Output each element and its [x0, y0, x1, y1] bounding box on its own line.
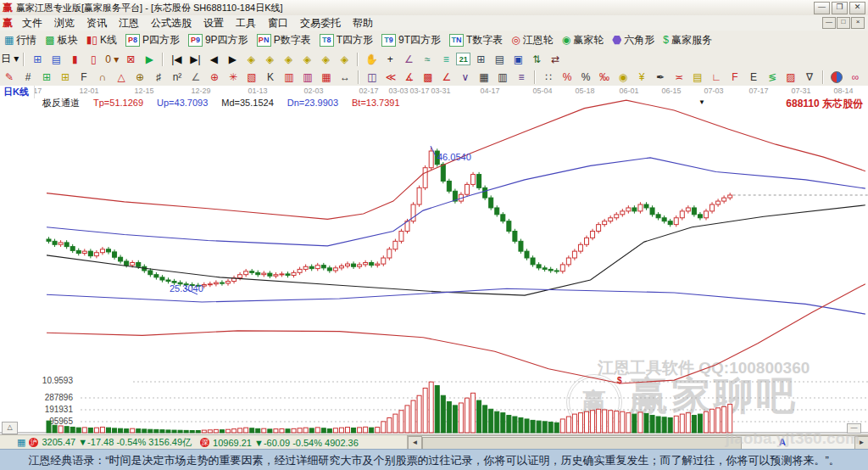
- sectors-button[interactable]: ▩板块: [41, 31, 81, 48]
- percent-red-icon[interactable]: %: [559, 70, 576, 85]
- nine-p-square-button[interactable]: P99P四方形: [184, 31, 253, 48]
- diamond-shrink-h-icon[interactable]: ◈: [298, 52, 315, 66]
- quotes-button[interactable]: ▦行情: [0, 31, 41, 48]
- k-mark-icon[interactable]: K: [262, 70, 279, 85]
- gann-fan-icon[interactable]: ∡: [401, 70, 418, 85]
- cycle-tool-icon[interactable]: ⊕: [131, 70, 148, 85]
- gann-grid-green-icon[interactable]: ⊞: [38, 70, 55, 85]
- hash-grid-icon[interactable]: ♯: [150, 70, 167, 85]
- winner-service-button[interactable]: $赢家服务: [659, 31, 716, 48]
- gold-line-icon[interactable]: ¥: [633, 70, 650, 85]
- trend-steps-icon[interactable]: ≶: [764, 70, 781, 85]
- mdi-close-button[interactable]: ×: [851, 17, 865, 29]
- ratio-lines-icon[interactable]: ∷: [540, 70, 557, 85]
- menu-item-4[interactable]: 江恩: [113, 15, 145, 31]
- n-square-icon[interactable]: n²: [169, 70, 186, 85]
- menu-item-3[interactable]: 资讯: [81, 15, 113, 31]
- winner-wheel-button[interactable]: ◉赢家轮: [558, 31, 608, 48]
- crosshair-tool-icon[interactable]: +: [381, 52, 398, 66]
- table-box-icon[interactable]: ▥: [494, 70, 511, 85]
- color-marker-icon[interactable]: ▶: [141, 52, 158, 66]
- candle-up-style-icon[interactable]: ▮: [66, 52, 83, 66]
- p-square-button[interactable]: P8P四方形: [121, 31, 184, 48]
- permille-icon[interactable]: ‰: [596, 70, 613, 85]
- gann-grid-gold-icon[interactable]: ⊞: [57, 70, 74, 85]
- scroll-left-button[interactable]: ◄: [408, 436, 422, 450]
- f-ruler-icon[interactable]: F: [75, 70, 92, 85]
- candle-down-style-icon[interactable]: ▯: [85, 52, 102, 66]
- overlay-flags-icon[interactable]: ⊠: [122, 52, 139, 66]
- kline-button[interactable]: ▮▯K线: [82, 31, 121, 48]
- nine-t-square-button[interactable]: T99T四方形: [377, 31, 445, 48]
- info-panel-icon[interactable]: ▤: [47, 52, 64, 66]
- menu-item-2[interactable]: 浏览: [48, 15, 81, 31]
- chart-lines-icon[interactable]: ≡: [437, 52, 454, 66]
- up-angle-icon[interactable]: ∟: [708, 70, 725, 85]
- v-shape-icon[interactable]: ∨: [457, 70, 474, 85]
- filled-box-icon[interactable]: ▩: [420, 70, 437, 85]
- shanghai-index-quote[interactable]: 3205.47 ▼-17.48 -0.54% 3156.49亿: [42, 436, 192, 449]
- f-line-icon[interactable]: F: [726, 70, 743, 85]
- band2-tool-icon[interactable]: ▥: [299, 70, 316, 85]
- hexagon-button[interactable]: 六角形: [608, 31, 659, 48]
- star-burst-icon[interactable]: ✳: [225, 70, 242, 85]
- first-bar-icon[interactable]: |◀: [168, 52, 185, 66]
- mdi-restore-button[interactable]: □: [837, 17, 850, 29]
- menu-item-1[interactable]: 文件: [16, 15, 48, 31]
- shadow-box-icon[interactable]: ▨: [782, 70, 799, 85]
- pencil-tool-icon[interactable]: ✎: [1, 70, 18, 85]
- t-square-button[interactable]: T8T四方形: [315, 31, 377, 48]
- photo-region-icon[interactable]: ▧: [243, 70, 260, 85]
- data-export-icon[interactable]: ⇅: [528, 52, 545, 66]
- gann-wheel-button[interactable]: ◎江恩轮: [507, 31, 557, 48]
- angle-measure-icon[interactable]: ∠: [400, 52, 417, 66]
- wave-tool-icon[interactable]: ≈: [419, 52, 436, 66]
- gold-box-icon[interactable]: ▤: [689, 70, 706, 85]
- diamond-expand-h-icon[interactable]: ◈: [280, 52, 297, 66]
- scroll-right-button[interactable]: ►: [854, 436, 868, 450]
- calculator-icon[interactable]: ⊞: [472, 52, 489, 66]
- period-day-dropdown[interactable]: 日 ▾: [1, 52, 19, 66]
- ink-pen-icon[interactable]: ✒: [652, 70, 669, 85]
- diamond-left-icon[interactable]: ◈: [242, 52, 259, 66]
- data-import-icon[interactable]: ⇄: [547, 52, 564, 66]
- menu-item-8[interactable]: 窗口: [262, 15, 294, 31]
- t-number-table-button[interactable]: TNT数字表: [445, 31, 507, 48]
- tab-daily-kline[interactable]: 日K线: [3, 86, 35, 98]
- angle-tool-icon[interactable]: ∠: [187, 70, 204, 85]
- diamond-expand-v-icon[interactable]: ◈: [317, 52, 334, 66]
- next-bar-icon[interactable]: ▶: [224, 52, 241, 66]
- poly-line-icon[interactable]: ∇: [801, 70, 818, 85]
- mdi-minimize-button[interactable]: —: [822, 17, 836, 29]
- grid-box-icon[interactable]: ▦: [476, 70, 492, 85]
- prev-bar-icon[interactable]: ◀: [205, 52, 222, 66]
- taiji-icon[interactable]: [828, 70, 845, 85]
- minimize-button[interactable]: —: [814, 2, 830, 14]
- close-button[interactable]: ✕: [849, 2, 865, 14]
- menu-item-10[interactable]: 帮助: [347, 15, 379, 31]
- multi-line-icon[interactable]: ≡: [513, 70, 530, 85]
- volume-expand-button[interactable]: △: [2, 422, 18, 434]
- menu-item-7[interactable]: 工具: [230, 15, 262, 31]
- gold-circle-icon[interactable]: ◉: [615, 70, 632, 85]
- e-line-icon[interactable]: E: [745, 70, 762, 85]
- scrollbar-thumb[interactable]: [422, 437, 742, 450]
- grid-tool-icon[interactable]: #: [19, 70, 36, 85]
- diamond-shrink-v-icon[interactable]: ◈: [336, 52, 353, 66]
- hand-tool-icon[interactable]: ✋: [363, 52, 380, 66]
- percent-icon[interactable]: %: [577, 70, 594, 85]
- volume-collapse-button[interactable]: —: [847, 423, 861, 434]
- last-bar-icon[interactable]: ▶|: [186, 52, 203, 66]
- menu-item-6[interactable]: 设置: [198, 15, 230, 31]
- maximize-button[interactable]: ❐: [832, 2, 848, 14]
- notes-icon[interactable]: ▤: [491, 52, 508, 66]
- big-grid-icon[interactable]: ▦: [318, 70, 335, 85]
- menu-item-9[interactable]: 交易委托: [294, 15, 347, 31]
- wave-lines-icon[interactable]: ≪: [382, 70, 399, 85]
- menu-item-5[interactable]: 公式选股: [145, 15, 198, 31]
- target-circle-icon[interactable]: ⊕: [206, 70, 223, 85]
- ladder-line-icon[interactable]: ≍: [670, 70, 687, 85]
- market-grid-icon[interactable]: ▦: [17, 437, 25, 448]
- save-icon[interactable]: ▣: [509, 52, 526, 66]
- compass-tool-icon[interactable]: △: [113, 70, 130, 85]
